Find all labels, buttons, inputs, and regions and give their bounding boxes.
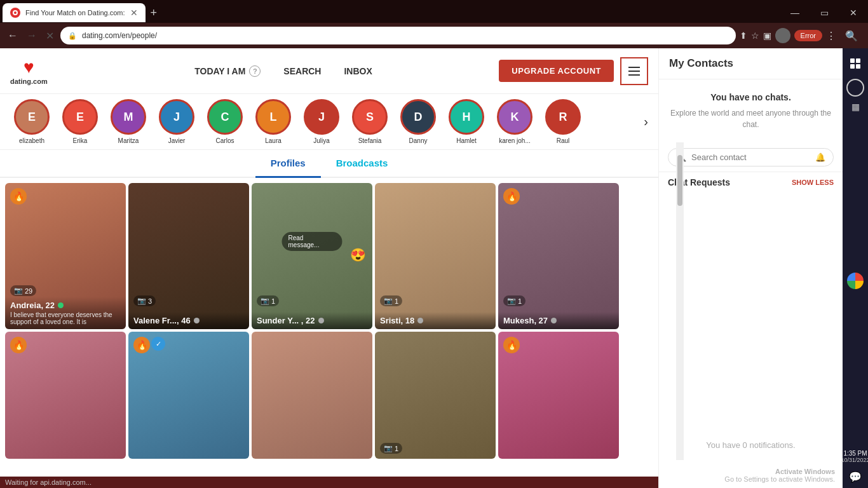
back-button[interactable]: ← xyxy=(5,27,20,44)
offline-indicator xyxy=(417,318,423,323)
forward-button[interactable]: → xyxy=(24,27,39,44)
tab-title: Find Your Match on Dating.com: xyxy=(25,9,125,17)
menu-icon-line xyxy=(628,74,640,76)
url-text: dating.com/en/people/ xyxy=(82,31,728,40)
profile-avatar[interactable] xyxy=(775,28,790,43)
story-name: elizabeth xyxy=(19,137,44,144)
menu-button[interactable] xyxy=(620,57,648,85)
story-item[interactable]: S Stefania xyxy=(346,99,394,144)
show-less-button[interactable]: SHOW LESS xyxy=(792,179,834,186)
tab-favicon xyxy=(10,8,20,18)
bookmark-icon[interactable]: ☆ xyxy=(751,30,759,41)
nav-inbox[interactable]: INBOX xyxy=(344,66,372,76)
sidebar-title: My Contacts xyxy=(669,57,733,69)
story-avatar: C xyxy=(207,99,243,135)
sidebar-scrollbar[interactable] xyxy=(676,142,684,460)
refresh-button[interactable]: ✕ xyxy=(43,27,57,44)
profile-card[interactable]: 📷1 xyxy=(375,332,496,459)
tab-broadcasts[interactable]: Broadcasts xyxy=(321,158,403,177)
error-button[interactable]: Error xyxy=(794,30,822,41)
photo-count: 📷1 xyxy=(380,443,402,454)
profile-grid-row2: 🔥 🔥 ✓ 📷1 🔥 xyxy=(0,332,658,464)
fire-badge: 🔥 xyxy=(133,337,150,353)
sidebar-toggle-icon[interactable]: ▣ xyxy=(763,30,771,41)
card-overlay: Sristi, 18 xyxy=(375,312,496,329)
logo-heart-icon: ♥ xyxy=(24,57,34,78)
story-item[interactable]: E Erika xyxy=(56,99,104,144)
maximize-button[interactable]: ▭ xyxy=(810,1,839,24)
url-bar[interactable]: 🔒 dating.com/en/people/ xyxy=(60,27,736,44)
nav-search[interactable]: SEARCH xyxy=(283,66,321,76)
story-name: Stefania xyxy=(358,137,382,144)
story-avatar: J xyxy=(304,99,339,135)
sidebar-header: My Contacts xyxy=(659,48,843,79)
more-options-icon[interactable]: ⋮ xyxy=(826,30,836,42)
new-tab-button[interactable]: + xyxy=(146,6,163,20)
story-avatar: J xyxy=(159,99,194,135)
taskbar-chrome-icon[interactable] xyxy=(847,273,864,289)
help-icon: ? xyxy=(249,65,261,77)
story-name: Danny xyxy=(409,137,428,144)
profile-card[interactable]: 🔥 xyxy=(5,332,126,459)
profile-card[interactable]: 📷1 Sristi, 18 xyxy=(375,183,496,329)
story-item[interactable]: M Maritza xyxy=(104,99,153,144)
active-tab[interactable]: Find Your Match on Dating.com: ✕ xyxy=(3,3,146,22)
verified-badge: ✓ xyxy=(151,337,165,351)
story-item[interactable]: H Hamlet xyxy=(442,99,491,144)
upgrade-button[interactable]: UPGRADE ACCOUNT xyxy=(499,60,614,82)
card-overlay: Andreia, 22 I believe that everyone dese… xyxy=(5,297,126,329)
story-item[interactable]: J Javier xyxy=(153,99,201,144)
tab-profiles[interactable]: Profiles xyxy=(255,158,321,178)
offline-indicator xyxy=(551,318,557,323)
logo[interactable]: ♥ dating.com xyxy=(10,57,48,85)
story-item[interactable]: L Laura xyxy=(249,99,297,144)
chat-bubble-icon[interactable]: 💬 xyxy=(849,471,862,483)
main-content: ♥ dating.com TODAY I AM ? SEARCH INBOX U… xyxy=(0,48,658,488)
activate-desc: Go to Settings to activate Windows. xyxy=(667,475,835,483)
story-item[interactable]: J Juliya xyxy=(297,99,346,144)
address-bar: ← → ✕ 🔒 dating.com/en/people/ ⬆ ☆ ▣ Erro… xyxy=(0,23,868,48)
tab-close-icon[interactable]: ✕ xyxy=(130,8,138,18)
tab-bar: Find Your Match on Dating.com: ✕ + — ▭ ✕ xyxy=(0,0,868,23)
nav-items: TODAY I AM ? SEARCH INBOX xyxy=(68,65,499,77)
story-avatar: M xyxy=(111,99,146,135)
story-name: karen joh... xyxy=(499,137,530,144)
profile-card[interactable]: 🔥 xyxy=(498,332,619,459)
story-name: Hamlet xyxy=(456,137,477,144)
fire-badge: 🔥 xyxy=(10,188,27,205)
app-header: ♥ dating.com TODAY I AM ? SEARCH INBOX U… xyxy=(0,48,658,94)
search-contact-input[interactable] xyxy=(691,152,810,162)
story-avatar: E xyxy=(14,99,50,135)
minimize-button[interactable]: — xyxy=(780,1,810,24)
taskbar-circle-icon[interactable] xyxy=(846,79,864,97)
story-item[interactable]: D Danny xyxy=(394,99,442,144)
nav-today-i-am[interactable]: TODAY I AM ? xyxy=(194,65,261,77)
card-name: Andreia, 22 xyxy=(10,301,121,310)
loading-bar: Waiting for api.dating.com... xyxy=(0,477,658,488)
close-button[interactable]: ✕ xyxy=(839,1,868,24)
taskbar-apps-icon[interactable]: ▦ xyxy=(851,102,860,112)
search-contact-bar[interactable]: 🔍 🔔 xyxy=(668,148,834,166)
photo-count: 📷29 xyxy=(10,285,36,296)
card-overlay: Mukesh, 27 xyxy=(498,312,619,329)
story-item[interactable]: K karen joh... xyxy=(491,99,539,144)
story-item[interactable]: C Carlos xyxy=(201,99,249,144)
no-chats-desc: Explore the world and meet anyone throug… xyxy=(669,107,832,130)
profile-card[interactable]: 📷1 Read message... 😍 Sunder Y... , 22 xyxy=(252,183,372,329)
sidebar: My Contacts You have no chats. Explore t… xyxy=(658,48,843,488)
win-search-icon: 🔍 xyxy=(840,30,863,42)
win-time-display: 1:35 PM 10/31/2022 xyxy=(841,450,868,466)
story-item[interactable]: R Raul xyxy=(539,99,587,144)
card-overlay: Sunder Y... , 22 xyxy=(252,312,372,329)
photo-count: 📷1 xyxy=(257,295,279,306)
story-item[interactable]: E elizabeth xyxy=(8,99,56,144)
profile-card[interactable] xyxy=(252,332,372,459)
story-avatar: E xyxy=(62,99,98,135)
win-logo-icon[interactable] xyxy=(845,53,865,74)
profile-card[interactable]: 🔥 📷1 Mukesh, 27 xyxy=(498,183,619,329)
profile-card[interactable]: 🔥 📷29 Andreia, 22 I believe that everyon… xyxy=(5,183,126,329)
profile-card[interactable]: 📷3 Valene Fr..., 46 xyxy=(128,183,249,329)
stories-next-button[interactable]: › xyxy=(641,114,651,129)
profile-card[interactable]: 🔥 ✓ xyxy=(128,332,249,459)
share-icon[interactable]: ⬆ xyxy=(740,30,747,41)
